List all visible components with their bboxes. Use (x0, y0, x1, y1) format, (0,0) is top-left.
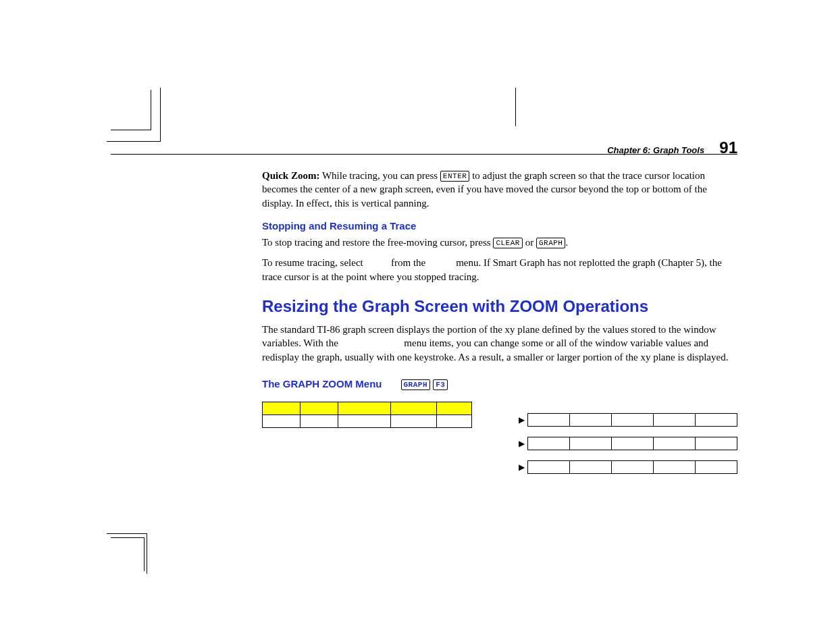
menu-cell (263, 415, 301, 428)
menu-cell (338, 402, 391, 415)
zoom-menu-title: The GRAPH ZOOM Menu (262, 377, 382, 391)
menu-cell (528, 461, 570, 474)
quick-zoom-paragraph: Quick Zoom: While tracing, you can press… (262, 169, 737, 210)
submenu-table (527, 413, 737, 427)
stopping-heading: Stopping and Resuming a Trace (262, 219, 737, 233)
menu-tables: ▶ ▶ (262, 402, 737, 428)
menu-cell (301, 415, 338, 428)
table-row (263, 415, 472, 428)
menu-cell (528, 414, 570, 427)
menu-cell (570, 414, 612, 427)
qz-t1: While tracing, you can press (319, 170, 440, 181)
table-row (528, 461, 737, 474)
menu-cell (263, 402, 301, 415)
submenu-table (527, 437, 737, 450)
right-menu-stack: ▶ ▶ (519, 413, 737, 484)
resize-heading: Resizing the Graph Screen with ZOOM Oper… (262, 296, 737, 317)
graph-key-2: GRAPH (401, 379, 431, 390)
submenu-row-3: ▶ (519, 460, 737, 474)
menu-cell (654, 414, 696, 427)
submenu-table (527, 460, 737, 474)
table-row (528, 414, 737, 427)
menu-cell (612, 461, 654, 474)
menu-cell (528, 437, 570, 450)
crop-mark-top-tick (515, 88, 516, 126)
crop-mark-top-left-inner (111, 90, 151, 130)
crop-mark-bottom-left-inner (111, 537, 145, 571)
zoom-menu-heading-row: The GRAPH ZOOM Menu GRAPH F3 (262, 377, 737, 391)
left-menu-block (262, 402, 471, 428)
menu-cell (437, 415, 472, 428)
arrow-icon: ▶ (519, 438, 525, 449)
zoom-menu-keys: GRAPH F3 (401, 377, 448, 391)
header-rule (111, 154, 737, 155)
stopping-line1: To stop tracing and restore the free-mov… (262, 236, 737, 249)
graph-zoom-menu-table (262, 402, 472, 428)
stop-or: or (523, 237, 536, 248)
stopping-line2: To resume tracing, select from the menu.… (262, 256, 737, 284)
arrow-icon: ▶ (519, 462, 525, 473)
stop-l1a: To stop tracing and restore the free-mov… (262, 237, 493, 248)
quick-zoom-label: Quick Zoom: (262, 170, 319, 181)
menu-cell (437, 402, 472, 415)
submenu-row-1: ▶ (519, 413, 737, 427)
submenu-row-2: ▶ (519, 437, 737, 450)
table-row (263, 402, 472, 415)
menu-cell (391, 415, 437, 428)
menu-cell (654, 461, 696, 474)
menu-cell (301, 402, 338, 415)
page-content: Quick Zoom: While tracing, you can press… (262, 169, 737, 391)
enter-key: ENTER (440, 171, 470, 182)
menu-cell (696, 437, 737, 450)
table-row (528, 437, 737, 450)
menu-cell (570, 461, 612, 474)
menu-cell (612, 414, 654, 427)
menu-cell (696, 461, 737, 474)
resize-body: The standard TI-86 graph screen displays… (262, 323, 737, 364)
arrow-icon: ▶ (519, 414, 525, 425)
f3-key: F3 (433, 379, 448, 390)
graph-key: GRAPH (536, 238, 566, 248)
menu-cell (338, 415, 391, 428)
page-header: Chapter 6: Graph Tools 91 (607, 137, 737, 159)
menu-cell (391, 402, 437, 415)
stop-end: . (565, 237, 568, 248)
menu-cell (654, 437, 696, 450)
menu-cell (612, 437, 654, 450)
menu-cell (570, 437, 612, 450)
clear-key: CLEAR (493, 238, 523, 248)
menu-cell (696, 414, 737, 427)
